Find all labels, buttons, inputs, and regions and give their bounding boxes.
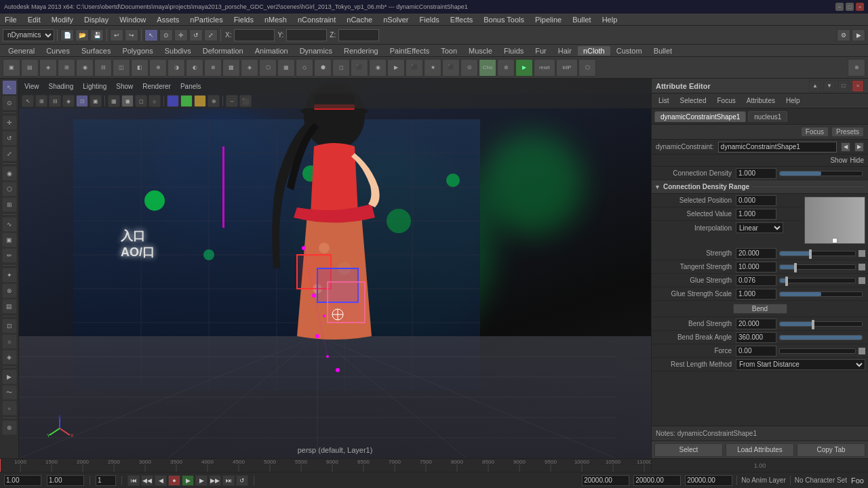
bend-strength-slider[interactable] [779, 321, 863, 327]
vp-icon-6[interactable]: ▣ [90, 95, 102, 107]
shelf-tab-dynamics[interactable]: Dynamics [294, 46, 338, 56]
create-curve-button[interactable]: ∿ [2, 217, 17, 232]
shelf-icon-10[interactable]: ◑ [167, 59, 185, 77]
focus-button[interactable]: Focus [801, 127, 829, 137]
shelf-tab-painteffects[interactable]: PaintEffects [384, 46, 435, 56]
ae-tab-help[interactable]: Help [782, 96, 804, 106]
shelf-tab-fluids[interactable]: Fluids [498, 46, 529, 56]
strength-input[interactable] [736, 248, 776, 259]
shelf-tab-rendering[interactable]: Rendering [338, 46, 384, 56]
scale-tool-button[interactable]: ⤢ [2, 146, 17, 161]
minimize-button[interactable]: − [835, 3, 844, 11]
selected-value-input[interactable] [736, 209, 776, 220]
next-frame-button[interactable]: ▶ [195, 475, 208, 486]
glue-strength-scale-input[interactable] [736, 289, 776, 300]
joint-tool[interactable]: ✦ [2, 268, 17, 283]
vp-show-menu[interactable]: Show [113, 83, 136, 90]
ae-show-button[interactable]: Show [830, 157, 847, 164]
move-tool-button[interactable]: ✛ [2, 115, 17, 130]
shelf-icon-30[interactable]: ⬡ [578, 59, 596, 77]
3d-viewport[interactable]: 入口AO/口 View Shading Lighting Show Render… [19, 79, 651, 458]
shelf-tab-muscle[interactable]: Muscle [463, 46, 498, 56]
bend-strength-slider-handle[interactable] [812, 320, 814, 329]
ae-tab-list[interactable]: List [654, 96, 673, 106]
shelf-icon-29[interactable]: ▶ [515, 59, 533, 77]
render-button[interactable]: ▶ [2, 369, 17, 384]
create-poly-button[interactable]: ▣ [2, 232, 17, 247]
shelf-tab-custom[interactable]: Custom [611, 46, 648, 56]
menu-item-window[interactable]: Window [117, 16, 148, 24]
select-button[interactable]: ↖ [144, 29, 158, 41]
vp-icon-5[interactable]: ⊡ [76, 95, 88, 107]
menu-item-bonus tools[interactable]: Bonus Tools [481, 16, 526, 24]
shelf-icon-26[interactable]: ⊙ [460, 59, 478, 77]
light-button[interactable]: ☼ [2, 334, 17, 349]
shelf-icon-9[interactable]: ⊕ [149, 59, 167, 77]
menu-item-assets[interactable]: Assets [155, 16, 181, 24]
ae-tab-attributes[interactable]: Attributes [743, 96, 779, 106]
menu-item-display[interactable]: Display [82, 16, 111, 24]
redo-button[interactable]: ↪ [125, 29, 138, 41]
menu-item-help[interactable]: Help [600, 16, 620, 24]
vp-icon-4[interactable]: ◈ [62, 95, 75, 107]
close-button[interactable]: × [856, 3, 864, 11]
shelf-icon-22[interactable]: ▶ [387, 59, 405, 77]
shelf-icon-5[interactable]: ◉ [76, 59, 94, 77]
vp-view-menu[interactable]: View [22, 83, 42, 90]
shelf-icon-11[interactable]: ◐ [186, 59, 203, 77]
force-input[interactable] [736, 346, 776, 357]
y-field[interactable] [286, 29, 327, 41]
tangent-strength-slider-handle[interactable] [794, 263, 797, 272]
menu-item-nmesh[interactable]: nMesh [262, 16, 289, 24]
x-field[interactable] [234, 29, 275, 41]
shelf-icon-6[interactable]: ⊟ [94, 59, 112, 77]
ae-hide-button[interactable]: Hide [850, 157, 864, 164]
shelf-icon-16[interactable]: ▦ [277, 59, 295, 77]
start-frame-input[interactable] [4, 475, 41, 486]
menu-item-modify[interactable]: Modify [50, 16, 75, 24]
mode-select[interactable]: nDynamics [3, 29, 54, 41]
vp-shading-menu[interactable]: Shading [46, 83, 77, 90]
shelf-tab-subdivs[interactable]: Subdivs [159, 46, 197, 56]
bend-button[interactable]: Bend [733, 304, 787, 314]
vp-icon-cam[interactable]: ⬛ [239, 95, 252, 107]
rest-length-method-select[interactable]: From Start Distance Component Average [736, 359, 865, 370]
menu-item-ncache[interactable]: nCache [344, 16, 374, 24]
shelf-icon-2[interactable]: ▤ [21, 59, 39, 77]
shelf-icon-13[interactable]: ▩ [222, 59, 240, 77]
bend-strength-input[interactable] [736, 319, 776, 329]
vp-light-icon[interactable]: ☼ [149, 95, 161, 107]
undo-button[interactable]: ↩ [110, 29, 123, 41]
shelf-tab-polygons[interactable]: Polygons [117, 46, 158, 56]
end-frame-input[interactable] [47, 475, 84, 486]
shelf-icon-17[interactable]: ◇ [296, 59, 313, 77]
shelf-icon-21[interactable]: ◉ [369, 59, 387, 77]
vp-texture-icon[interactable]: ◻ [135, 95, 147, 107]
glue-strength-scale-slider[interactable] [779, 291, 863, 297]
vp-solid-icon[interactable]: ◼ [121, 95, 134, 107]
tangent-strength-input[interactable] [736, 262, 776, 272]
shelf-icon-3[interactable]: ◈ [39, 59, 57, 77]
move-button[interactable]: ✛ [174, 29, 188, 41]
menu-item-effects[interactable]: Effects [448, 16, 475, 24]
bend-break-angle-slider[interactable] [779, 335, 863, 340]
save-file-button[interactable]: 💾 [90, 29, 104, 41]
shelf-tab-curves[interactable]: Curves [41, 46, 75, 56]
vp-icon-2[interactable]: ⊞ [35, 95, 47, 107]
render-button[interactable]: ▶ [852, 29, 865, 41]
shelf-tab-surfaces[interactable]: Surfaces [76, 46, 116, 56]
camera-button[interactable]: ⊡ [2, 319, 17, 333]
tangent-strength-slider[interactable] [779, 264, 856, 270]
presets-button[interactable]: Presets [831, 127, 864, 137]
dynamic-constraint-input[interactable] [718, 142, 837, 152]
maximize-button[interactable]: □ [846, 3, 854, 11]
loop-button[interactable]: ↺ [236, 475, 248, 486]
dynamics-button[interactable]: 〜 [2, 385, 17, 400]
glue-strength-slider[interactable] [779, 278, 856, 283]
shelf-icon-18[interactable]: ⬢ [314, 59, 332, 77]
shelf-icon-4[interactable]: ⊞ [58, 59, 75, 77]
shelf-icon-14[interactable]: ◈ [241, 59, 258, 77]
force-key-icon[interactable] [859, 348, 865, 354]
ae-tab-selected[interactable]: Selected [676, 96, 711, 106]
skip-end-button[interactable]: ⏭ [222, 475, 235, 486]
